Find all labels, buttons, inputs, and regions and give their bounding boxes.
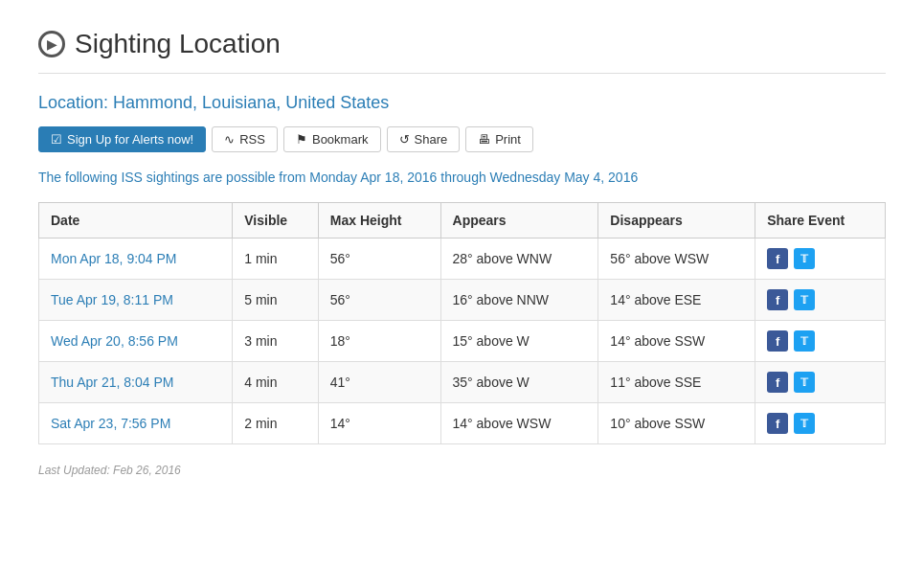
page-wrapper: ▶ Sighting Location Location: Hammond, L… bbox=[0, 0, 924, 568]
location-icon: ▶ bbox=[38, 31, 65, 57]
description-range: Monday Apr 18, 2016 through Wednesday Ma… bbox=[309, 170, 638, 185]
share-icons: f 𝕋 bbox=[767, 413, 873, 434]
cell-max-height: 14° bbox=[318, 403, 440, 444]
facebook-share-icon[interactable]: f bbox=[767, 248, 788, 269]
share-icons: f 𝕋 bbox=[767, 248, 873, 269]
checkbox-icon: ☑ bbox=[51, 132, 62, 147]
twitter-share-icon[interactable]: 𝕋 bbox=[794, 330, 815, 352]
facebook-share-icon[interactable]: f bbox=[767, 413, 788, 434]
table-row: Sat Apr 23, 7:56 PM2 min14°14° above WSW… bbox=[39, 403, 886, 444]
cell-max-height: 56° bbox=[318, 239, 440, 280]
share-icons: f 𝕋 bbox=[767, 372, 873, 393]
print-icon: 🖶 bbox=[478, 132, 490, 147]
print-button[interactable]: 🖶 Print bbox=[465, 126, 533, 152]
bookmark-label: Bookmark bbox=[312, 132, 369, 147]
twitter-share-icon[interactable]: 𝕋 bbox=[794, 372, 815, 393]
bookmark-icon: ⚑ bbox=[296, 132, 307, 147]
cell-max-height: 56° bbox=[318, 280, 440, 321]
cell-date: Thu Apr 21, 8:04 PM bbox=[39, 362, 233, 403]
footer-last-updated: Last Updated: Feb 26, 2016 bbox=[38, 464, 886, 477]
share-icons: f 𝕋 bbox=[767, 289, 873, 310]
table-header-row: Date Visible Max Height Appears Disappea… bbox=[39, 203, 886, 239]
cell-share: f 𝕋 bbox=[755, 321, 886, 362]
description-prefix: The following ISS sightings are possible… bbox=[38, 170, 309, 185]
col-visible: Visible bbox=[233, 203, 319, 239]
facebook-share-icon[interactable]: f bbox=[767, 289, 788, 310]
table-row: Thu Apr 21, 8:04 PM4 min41°35° above W11… bbox=[39, 362, 886, 403]
sighting-description: The following ISS sightings are possible… bbox=[38, 170, 886, 185]
facebook-share-icon[interactable]: f bbox=[767, 330, 788, 352]
rss-label: RSS bbox=[239, 132, 265, 147]
cell-share: f 𝕋 bbox=[755, 403, 886, 444]
cell-share: f 𝕋 bbox=[755, 362, 886, 403]
col-date: Date bbox=[39, 203, 233, 239]
cell-date: Wed Apr 20, 8:56 PM bbox=[39, 321, 233, 362]
cell-visible: 3 min bbox=[233, 321, 319, 362]
rss-button[interactable]: ∿ RSS bbox=[212, 126, 278, 152]
print-label: Print bbox=[495, 132, 521, 147]
table-row: Mon Apr 18, 9:04 PM1 min56°28° above WNW… bbox=[39, 239, 886, 280]
signup-label: Sign Up for Alerts now! bbox=[67, 132, 193, 147]
facebook-share-icon[interactable]: f bbox=[767, 372, 788, 393]
col-disappears: Disappears bbox=[598, 203, 755, 239]
cell-max-height: 18° bbox=[318, 321, 440, 362]
cell-appears: 35° above W bbox=[440, 362, 598, 403]
location-heading: Location: Hammond, Louisiana, United Sta… bbox=[38, 93, 886, 113]
table-row: Wed Apr 20, 8:56 PM3 min18°15° above W14… bbox=[39, 321, 886, 362]
twitter-share-icon[interactable]: 𝕋 bbox=[794, 248, 815, 269]
cell-date: Mon Apr 18, 9:04 PM bbox=[39, 239, 233, 280]
col-max-height: Max Height bbox=[318, 203, 440, 239]
twitter-share-icon[interactable]: 𝕋 bbox=[794, 289, 815, 310]
twitter-share-icon[interactable]: 𝕋 bbox=[794, 413, 815, 434]
location-name: Hammond, Louisiana, United States bbox=[113, 93, 389, 112]
cell-disappears: 14° above SSW bbox=[598, 321, 755, 362]
rss-icon: ∿ bbox=[224, 132, 235, 147]
cell-share: f 𝕋 bbox=[755, 280, 886, 321]
col-share-event: Share Event bbox=[755, 203, 886, 239]
col-appears: Appears bbox=[440, 203, 598, 239]
page-header: ▶ Sighting Location bbox=[38, 29, 886, 74]
cell-date: Sat Apr 23, 7:56 PM bbox=[39, 403, 233, 444]
cell-visible: 1 min bbox=[233, 239, 319, 280]
cell-appears: 14° above WSW bbox=[440, 403, 598, 444]
cell-date: Tue Apr 19, 8:11 PM bbox=[39, 280, 233, 321]
cell-disappears: 14° above ESE bbox=[598, 280, 755, 321]
location-label: Location: bbox=[38, 93, 108, 112]
toolbar: ☑ Sign Up for Alerts now! ∿ RSS ⚑ Bookma… bbox=[38, 126, 886, 152]
cell-appears: 28° above WNW bbox=[440, 239, 598, 280]
share-button[interactable]: ↺ Share bbox=[387, 126, 461, 152]
cell-disappears: 10° above SSW bbox=[598, 403, 755, 444]
cell-share: f 𝕋 bbox=[755, 239, 886, 280]
cell-disappears: 11° above SSE bbox=[598, 362, 755, 403]
signup-button[interactable]: ☑ Sign Up for Alerts now! bbox=[38, 126, 206, 152]
cell-visible: 2 min bbox=[233, 403, 319, 444]
cell-disappears: 56° above WSW bbox=[598, 239, 755, 280]
cell-visible: 4 min bbox=[233, 362, 319, 403]
share-icons: f 𝕋 bbox=[767, 330, 873, 352]
cell-max-height: 41° bbox=[318, 362, 440, 403]
share-label: Share bbox=[415, 132, 448, 147]
sightings-table: Date Visible Max Height Appears Disappea… bbox=[38, 202, 886, 444]
share-icon: ↺ bbox=[399, 132, 410, 147]
table-row: Tue Apr 19, 8:11 PM5 min56°16° above NNW… bbox=[39, 280, 886, 321]
cell-appears: 16° above NNW bbox=[440, 280, 598, 321]
cell-appears: 15° above W bbox=[440, 321, 598, 362]
bookmark-button[interactable]: ⚑ Bookmark bbox=[283, 126, 381, 152]
cell-visible: 5 min bbox=[233, 280, 319, 321]
page-title: Sighting Location bbox=[75, 29, 281, 59]
